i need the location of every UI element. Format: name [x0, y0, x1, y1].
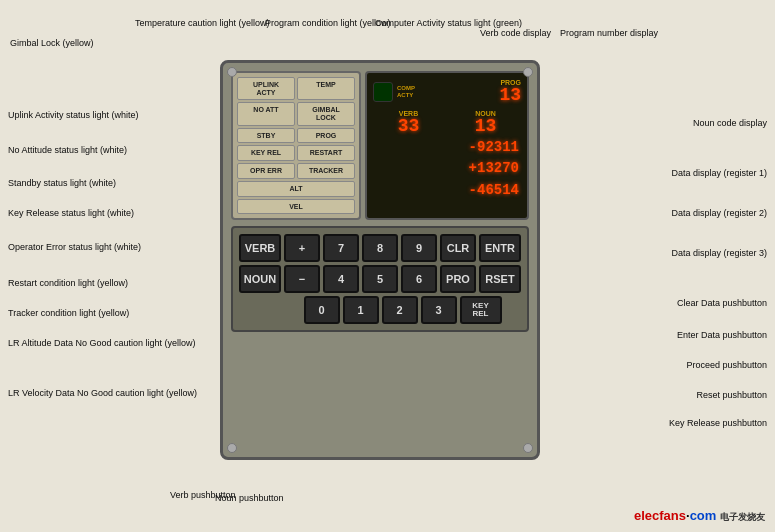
screw-tl: [227, 67, 237, 77]
screw-tr: [523, 67, 533, 77]
key-4[interactable]: 4: [323, 265, 359, 293]
warning-lights-panel: UPLINKACTY TEMP NO ATT GIMBALLOCK STBY P…: [231, 71, 361, 220]
key-rel-light[interactable]: KEY REL: [237, 145, 295, 161]
noun-section: NOUN 13: [450, 110, 521, 135]
verb-value: 33: [373, 117, 444, 135]
key-rel-button[interactable]: KEYREL: [460, 296, 502, 324]
key-2[interactable]: 2: [382, 296, 418, 324]
ann-data-reg3: Data display (register 3): [671, 248, 767, 260]
prog-value: 13: [499, 86, 521, 104]
gimbal-lock-light[interactable]: GIMBALLOCK: [297, 102, 355, 125]
ann-program-number: Program number display: [560, 28, 658, 40]
ann-temp-caution: Temperature caution light (yellow): [135, 18, 270, 30]
minus-button[interactable]: −: [284, 265, 320, 293]
ann-key-release-light: Key Release status light (white): [8, 208, 134, 220]
ann-lr-altitude: LR Altitude Data No Good caution light (…: [8, 338, 196, 350]
screw-bl: [227, 443, 237, 453]
restart-light[interactable]: RESTART: [297, 145, 355, 161]
ann-lr-velocity: LR Velocity Data No Good caution light (…: [8, 388, 197, 400]
ann-operator-error: Operator Error status light (white): [8, 242, 141, 254]
ann-gimbal-lock: Gimbal Lock (yellow): [10, 38, 94, 50]
key-row-1: VERB + 7 8 9 CLR ENTR: [239, 234, 521, 262]
ann-no-attitude: No Attitude status light (white): [8, 145, 127, 157]
temp-light[interactable]: TEMP: [297, 77, 355, 100]
ann-standby: Standby status light (white): [8, 178, 116, 190]
key-9[interactable]: 9: [401, 234, 437, 262]
light-row-6: ALT: [237, 181, 355, 197]
key-6[interactable]: 6: [401, 265, 437, 293]
prog-light[interactable]: PROG: [297, 128, 355, 144]
ann-data-reg2: Data display (register 2): [671, 208, 767, 220]
ann-key-release-btn: Key Release pushbutton: [669, 418, 767, 430]
ann-uplink-activity: Uplink Activity status light (white): [8, 110, 139, 122]
number-display: COMPACTY PROG 13 VERB 33 NOUN 13 -92311 …: [365, 71, 529, 220]
entr-button[interactable]: ENTR: [479, 234, 521, 262]
keypad-rows: VERB + 7 8 9 CLR ENTR NOUN − 4 5 6 PRO R…: [239, 234, 521, 324]
verb-section: VERB 33: [373, 110, 444, 135]
ann-restart-condition: Restart condition light (yellow): [8, 278, 128, 290]
ann-verb-code: Verb code display: [480, 28, 551, 40]
light-row-5: OPR ERR TRACKER: [237, 163, 355, 179]
brand-blue: com: [690, 508, 717, 523]
brand-red: elecfans: [634, 508, 686, 523]
key-row-2: NOUN − 4 5 6 PRO RSET: [239, 265, 521, 293]
alt-light[interactable]: ALT: [237, 181, 355, 197]
stby-light[interactable]: STBY: [237, 128, 295, 144]
key-5[interactable]: 5: [362, 265, 398, 293]
ann-enter-data: Enter Data pushbutton: [677, 330, 767, 342]
brand-container: elecfans·com 电子发烧友: [634, 508, 765, 524]
key-1[interactable]: 1: [343, 296, 379, 324]
vel-light[interactable]: VEL: [237, 199, 355, 215]
brand-subtitle: 电子发烧友: [720, 512, 765, 522]
key-0[interactable]: 0: [304, 296, 340, 324]
rset-button[interactable]: RSET: [479, 265, 521, 293]
no-att-light[interactable]: NO ATT: [237, 102, 295, 125]
key-row-3: 0 1 2 3 KEYREL: [239, 296, 521, 324]
ann-proceed: Proceed pushbutton: [686, 360, 767, 372]
plus-button[interactable]: +: [284, 234, 320, 262]
register3-display: -46514: [373, 182, 521, 199]
keypad: VERB + 7 8 9 CLR ENTR NOUN − 4 5 6 PRO R…: [231, 226, 529, 332]
light-row-7: VEL: [237, 199, 355, 215]
opr-err-light[interactable]: OPR ERR: [237, 163, 295, 179]
dsky-panel: UPLINKACTY TEMP NO ATT GIMBALLOCK STBY P…: [220, 60, 540, 460]
light-row-3: STBY PROG: [237, 128, 355, 144]
ann-program-condition: Program condition light (yellow): [265, 18, 391, 30]
display-area: UPLINKACTY TEMP NO ATT GIMBALLOCK STBY P…: [231, 71, 529, 220]
ann-data-reg1: Data display (register 1): [671, 168, 767, 180]
prog-display: PROG 13: [499, 79, 521, 104]
comp-acty-indicator: [373, 82, 393, 102]
light-row-2: NO ATT GIMBALLOCK: [237, 102, 355, 125]
clr-button[interactable]: CLR: [440, 234, 476, 262]
noun-value: 13: [450, 117, 521, 135]
light-row-1: UPLINKACTY TEMP: [237, 77, 355, 100]
register1-display: -92311: [373, 139, 521, 156]
ann-noun-pushbutton: Noun pushbutton: [215, 493, 284, 505]
noun-button[interactable]: NOUN: [239, 265, 281, 293]
uplink-acty-light[interactable]: UPLINKACTY: [237, 77, 295, 100]
pro-button[interactable]: PRO: [440, 265, 476, 293]
light-row-4: KEY REL RESTART: [237, 145, 355, 161]
display-top: COMPACTY PROG 13: [373, 79, 521, 104]
ann-reset: Reset pushbutton: [696, 390, 767, 402]
ann-clear-data: Clear Data pushbutton: [677, 298, 767, 310]
key-3[interactable]: 3: [421, 296, 457, 324]
verb-button[interactable]: VERB: [239, 234, 281, 262]
ann-noun-code: Noun code display: [693, 118, 767, 130]
key-8[interactable]: 8: [362, 234, 398, 262]
verb-noun-row: VERB 33 NOUN 13: [373, 110, 521, 135]
key-7[interactable]: 7: [323, 234, 359, 262]
tracker-light[interactable]: TRACKER: [297, 163, 355, 179]
comp-acty-label: COMPACTY: [397, 85, 415, 98]
screw-br: [523, 443, 533, 453]
ann-tracker-condition: Tracker condition light (yellow): [8, 308, 129, 320]
register2-display: +13270: [373, 160, 521, 177]
